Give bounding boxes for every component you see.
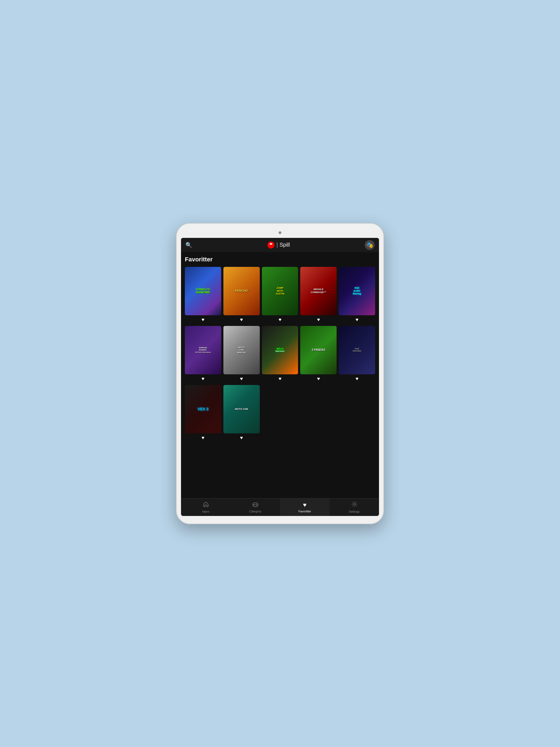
games-row-1: STINKFLY'SSHOWTIME! ♥ PANCHO ♥ JUMPWITHJ… — [185, 267, 375, 324]
app-title: Spill — [279, 242, 290, 248]
game-item-moto-x3m[interactable]: MOTO X3M ♥ — [223, 385, 260, 442]
tablet-screen: 🔍 | Spill 🎭 Favoritter STINKFLY'SSHOW — [181, 238, 379, 516]
header: 🔍 | Spill 🎭 — [181, 238, 379, 252]
game-thumb-justin: JUMPWITHJUSTIN — [262, 267, 298, 315]
game-thumb-pancho: PANCHO — [223, 267, 260, 315]
game-thumb-bubbles: OddbodsBubblesJet Pack Adventures — [185, 326, 221, 374]
game-item-3pandas[interactable]: 3 PANDAS ♥ — [300, 326, 337, 383]
favorite-heart-3pandas[interactable]: ♥ — [317, 376, 320, 382]
game-item-moto-winter[interactable]: MOTOX3MWINTER ♥ — [223, 326, 260, 383]
svg-point-0 — [268, 241, 275, 249]
game-thumb-missile: MISSILECOMMAND™ — [300, 267, 337, 315]
favorite-heart-justin[interactable]: ♥ — [279, 317, 282, 323]
nav-item-hjem[interactable]: Hjem — [181, 498, 230, 516]
nav-item-settings[interactable]: Settings — [330, 498, 379, 516]
avatar[interactable]: 🎭 — [365, 240, 375, 250]
game-item-justin[interactable]: JUMPWITHJUSTIN ♥ — [262, 267, 298, 324]
nav-label-hjem: Hjem — [202, 510, 209, 513]
nav-label-settings: Settings — [349, 510, 360, 513]
svg-point-2 — [256, 504, 257, 505]
game-thumb-fivenations: FIVENATIONS — [339, 326, 375, 374]
game-thumb-stinkfly: STINKFLY'SSHOWTIME! — [185, 267, 221, 315]
favorite-heart-bubbles[interactable]: ♥ — [202, 376, 205, 382]
game-thumb-moto-winter: MOTOX3MWINTER — [223, 326, 260, 374]
svg-point-5 — [353, 503, 355, 505]
header-logo: | Spill — [267, 241, 290, 249]
favorite-heart-missile[interactable]: ♥ — [317, 317, 320, 323]
favorite-heart-ben10[interactable]: ♥ — [279, 376, 282, 382]
game-item-kizi[interactable]: KIZIKARTRacing ♥ — [339, 267, 375, 324]
empty-slot-4 — [300, 385, 337, 442]
controller-icon — [252, 501, 258, 509]
game-thumb-ben10: BEN 10Bug Attack — [262, 326, 298, 374]
nav-item-category[interactable]: Category — [230, 498, 280, 516]
favorite-heart-moto-x3m[interactable]: ♥ — [240, 435, 243, 441]
nav-label-favoritter: Favoritter — [298, 510, 311, 513]
favorite-heart-pancho[interactable]: ♥ — [240, 317, 243, 323]
game-item-stinkfly[interactable]: STINKFLY'SSHOWTIME! ♥ — [185, 267, 221, 324]
telenor-logo — [267, 241, 275, 249]
game-thumb-kizi: KIZIKARTRacing — [339, 267, 375, 315]
game-item-bubbles[interactable]: OddbodsBubblesJet Pack Adventures ♥ — [185, 326, 221, 383]
nav-label-category: Category — [249, 510, 261, 513]
game-item-fivenations[interactable]: FIVENATIONS ♥ — [339, 326, 375, 383]
bottom-spacer — [185, 444, 375, 466]
empty-slot-3 — [262, 385, 298, 442]
favorite-heart-vex3[interactable]: ♥ — [202, 435, 205, 441]
bottom-nav: Hjem Category ♥ Favoritter — [181, 498, 379, 516]
game-thumb-vex3: VEX 3 — [185, 385, 221, 433]
favorite-heart-kizi[interactable]: ♥ — [355, 317, 358, 323]
home-icon — [203, 501, 209, 509]
empty-slot-5 — [339, 385, 375, 442]
game-item-pancho[interactable]: PANCHO ♥ — [223, 267, 260, 324]
content-area: Favoritter STINKFLY'SSHOWTIME! ♥ PANCHO … — [181, 252, 379, 498]
game-thumb-moto-x3m: MOTO X3M — [223, 385, 260, 433]
favorite-heart-moto-winter[interactable]: ♥ — [240, 376, 243, 382]
tablet-camera — [279, 231, 281, 234]
search-icon[interactable]: 🔍 — [185, 242, 192, 248]
game-item-ben10[interactable]: BEN 10Bug Attack ♥ — [262, 326, 298, 383]
favorite-heart-stinkfly[interactable]: ♥ — [202, 317, 205, 323]
games-row-2: OddbodsBubblesJet Pack Adventures ♥ MOTO… — [185, 326, 375, 383]
games-row-3: VEX 3 ♥ MOTO X3M ♥ — [185, 385, 375, 442]
nav-item-favoritter[interactable]: ♥ Favoritter — [280, 498, 330, 516]
game-item-vex3[interactable]: VEX 3 ♥ — [185, 385, 221, 442]
favorite-heart-fivenations[interactable]: ♥ — [355, 376, 358, 382]
game-item-missile[interactable]: MISSILECOMMAND™ ♥ — [300, 267, 337, 324]
settings-icon — [351, 501, 357, 509]
game-thumb-3pandas: 3 PANDAS — [300, 326, 337, 374]
heart-icon: ♥ — [303, 501, 307, 509]
tablet-frame: 🔍 | Spill 🎭 Favoritter STINKFLY'SSHOW — [176, 223, 384, 524]
section-title: Favoritter — [185, 256, 375, 263]
